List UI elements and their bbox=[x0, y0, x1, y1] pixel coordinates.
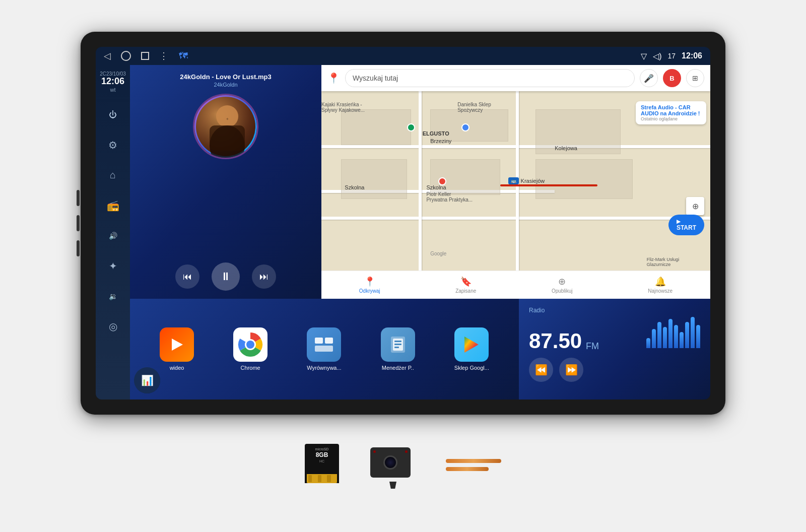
next-button[interactable]: ⏭ bbox=[252, 264, 276, 289]
map-start-button[interactable]: ▶ START bbox=[668, 215, 704, 235]
maps-nav-zapisane[interactable]: 🔖 Zapisane bbox=[455, 276, 476, 294]
odkrywaj-label: Odkrywaj bbox=[359, 288, 380, 294]
camera-body bbox=[370, 447, 411, 478]
time-display: 12:06 bbox=[100, 77, 126, 87]
sidebar-volume-up-icon[interactable]: 🔊 bbox=[103, 226, 123, 246]
maps-profile-button[interactable]: B bbox=[663, 69, 681, 87]
maps-logo-icon: 📍 bbox=[327, 72, 340, 84]
radio-rewind-button[interactable]: ⏪ bbox=[529, 358, 553, 382]
camera-shape-wrap bbox=[370, 447, 416, 483]
radio-panel: Radio 87.50 FM bbox=[519, 299, 710, 400]
camera-lens bbox=[383, 455, 397, 470]
prev-button[interactable]: ⏮ bbox=[175, 264, 199, 289]
radio-label: Radio bbox=[529, 307, 700, 314]
krasiejow-label: 🚌 Krasiejów bbox=[508, 177, 545, 184]
volume-level: 17 bbox=[668, 52, 676, 60]
sidebar-home-icon[interactable]: ⌂ bbox=[103, 165, 123, 185]
clock: 12:06 bbox=[682, 51, 702, 60]
app-wideo[interactable]: wideo bbox=[160, 327, 194, 371]
side-button-3[interactable] bbox=[77, 240, 80, 256]
pry-tool-1 bbox=[446, 459, 501, 463]
camera-led-2 bbox=[373, 450, 376, 453]
maps-mic-button[interactable]: 🎤 bbox=[640, 69, 658, 87]
side-button-2[interactable] bbox=[77, 215, 80, 231]
map-content[interactable]: Brzeziny Szkolna Szkolna Kolejowa Kajaki… bbox=[321, 91, 710, 271]
sd-contacts bbox=[307, 474, 337, 483]
wideo-label: wideo bbox=[170, 365, 184, 371]
wave-bar-9 bbox=[691, 317, 695, 348]
svg-marker-4 bbox=[172, 339, 183, 351]
strefa-card-sub: Ostatnio oglądane bbox=[641, 116, 701, 121]
app-menedzer[interactable]: Menedżer P.. bbox=[381, 327, 415, 371]
side-button-1[interactable] bbox=[77, 190, 80, 206]
sidebar-settings-icon[interactable]: ⚙ bbox=[103, 135, 123, 155]
pry-tools-accessory bbox=[446, 459, 501, 471]
chrome-icon bbox=[233, 327, 267, 362]
bottom-panels: wideo bbox=[130, 299, 710, 400]
wave-bar-3 bbox=[657, 322, 661, 348]
sidebar-bluetooth-icon[interactable]: ✦ bbox=[103, 256, 123, 276]
play-pause-button[interactable]: ⏸ bbox=[212, 262, 240, 291]
maps-nav-najnowsze[interactable]: 🔔 Najnowsze bbox=[648, 276, 673, 294]
app-chrome[interactable]: Chrome bbox=[233, 327, 267, 371]
maps-nav-icon[interactable]: 🗺 bbox=[179, 51, 188, 61]
map-locate-button[interactable]: ⊕ bbox=[686, 197, 704, 215]
sidebar-volume-down-icon[interactable]: 🔉 bbox=[103, 286, 123, 306]
status-bar-left: ◁ ⋮ 🗺 bbox=[104, 50, 188, 61]
strefa-audio-card[interactable]: Strefa Audio - CAR AUDIO na Androidzie !… bbox=[636, 101, 706, 124]
volume-icon: ◁) bbox=[653, 51, 661, 61]
apps-grid: wideo bbox=[140, 307, 509, 391]
music-title: 24kGoldn - Love Or Lust.mp3 bbox=[138, 73, 313, 81]
back-button[interactable]: ◁ bbox=[104, 50, 111, 61]
route-line bbox=[500, 184, 597, 186]
odkrywaj-icon: 📍 bbox=[364, 276, 375, 287]
wave-bar-4 bbox=[663, 327, 667, 348]
maps-search-box[interactable]: Wyszukaj tutaj bbox=[345, 69, 635, 87]
najnowsze-icon: 🔔 bbox=[655, 276, 666, 287]
radio-forward-button[interactable]: ⏩ bbox=[559, 358, 583, 382]
sd-card-accessory: microSD 8GB HC bbox=[305, 444, 340, 487]
wifi-icon: ▽ bbox=[641, 51, 647, 61]
wave-bar-2 bbox=[652, 329, 656, 348]
radio-frequency-display: 87.50 FM bbox=[529, 318, 700, 352]
recents-button[interactable] bbox=[141, 52, 149, 60]
label-piotr: Piotr KellerPrywatna Praktyka... bbox=[426, 191, 473, 203]
left-sidebar: 2C23/10/03 12:06 wt ⏻ ⚙ ⌂ 📻 🔊 ✦ 🔉 ◎ 📊 bbox=[96, 65, 130, 400]
wave-bar-1 bbox=[646, 338, 650, 348]
road-label-szkolna2: Szkolna bbox=[426, 184, 446, 190]
sidebar-radio-icon[interactable]: 📻 bbox=[103, 195, 123, 216]
sidebar-power-icon[interactable]: ⏻ bbox=[103, 105, 123, 125]
chrome-label: Chrome bbox=[241, 365, 260, 371]
strefa-card-title: Strefa Audio - CAR AUDIO na Androidzie ! bbox=[641, 104, 701, 116]
maps-nav-opublikuj[interactable]: ⊕ Opublikuj bbox=[552, 276, 573, 294]
wave-bar-5 bbox=[668, 319, 673, 348]
day-display: wt bbox=[100, 87, 126, 93]
menu-dots[interactable]: ⋮ bbox=[159, 50, 169, 61]
svg-rect-9 bbox=[325, 338, 333, 344]
wideo-icon bbox=[160, 327, 194, 362]
map-pin-red bbox=[438, 177, 446, 185]
maps-search-text: Wyszukaj tutaj bbox=[353, 74, 627, 82]
svg-rect-14 bbox=[394, 344, 401, 345]
najnowsze-label: Najnowsze bbox=[648, 288, 673, 294]
maps-header: 📍 Wyszukaj tutaj 🎤 B ⊞ bbox=[321, 65, 710, 91]
maps-layers-button[interactable]: ⊞ bbox=[686, 69, 704, 87]
wave-bar-10 bbox=[696, 325, 700, 348]
camera-mount bbox=[389, 482, 396, 489]
audio-widget[interactable]: 📊 bbox=[134, 367, 160, 393]
radio-controls: ⏪ ⏩ bbox=[529, 358, 700, 382]
opublikuj-icon: ⊕ bbox=[558, 276, 566, 287]
svg-rect-2 bbox=[210, 125, 245, 151]
svg-rect-8 bbox=[315, 338, 323, 344]
label-flizmark: Fliz-Mark UsługiGlazurnicze bbox=[647, 257, 680, 267]
sidebar-location-icon[interactable]: ◎ bbox=[103, 316, 123, 337]
svg-text:✦: ✦ bbox=[226, 117, 229, 121]
maps-nav-odkrywaj[interactable]: 📍 Odkrywaj bbox=[359, 276, 380, 294]
status-bar: ◁ ⋮ 🗺 ▽ ◁) 17 12:06 bbox=[96, 47, 710, 65]
wyrownywarka-label: Wyrównywa... bbox=[307, 365, 341, 371]
zapisane-icon: 🔖 bbox=[460, 276, 472, 287]
home-button[interactable] bbox=[121, 51, 131, 61]
app-wyrownywarka[interactable]: Wyrównywa... bbox=[307, 327, 341, 371]
app-sklep[interactable]: Sklep Googl... bbox=[454, 327, 489, 371]
accessories-row: microSD 8GB HC bbox=[305, 430, 501, 500]
